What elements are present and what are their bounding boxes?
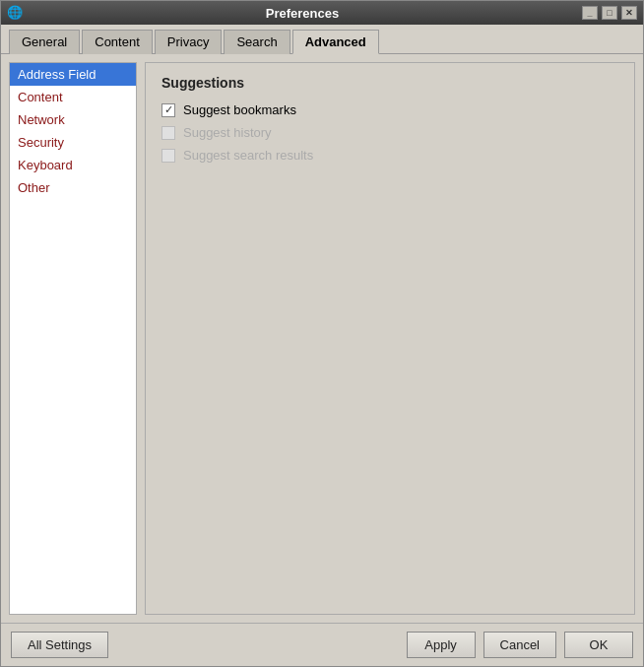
suggest-search-results-label: Suggest search results <box>183 148 313 163</box>
tab-content[interactable]: Content <box>82 30 153 54</box>
sidebar-item-network[interactable]: Network <box>10 108 136 131</box>
suggest-bookmarks-checkbox[interactable] <box>161 103 175 117</box>
suggest-history-label: Suggest history <box>183 125 272 140</box>
tab-search[interactable]: Search <box>224 30 290 54</box>
suggest-bookmarks-item: Suggest bookmarks <box>161 102 618 117</box>
titlebar-controls: _ □ ✕ <box>582 6 637 20</box>
apply-button[interactable]: Apply <box>407 632 476 658</box>
sidebar-item-content[interactable]: Content <box>10 86 136 108</box>
content-area: Address Field Content Network Security K… <box>1 54 643 623</box>
sidebar-item-address-field[interactable]: Address Field <box>10 63 136 86</box>
cancel-button[interactable]: Cancel <box>483 632 556 658</box>
suggest-bookmarks-label: Suggest bookmarks <box>183 102 296 117</box>
sidebar: Address Field Content Network Security K… <box>9 62 137 615</box>
suggest-search-results-checkbox[interactable] <box>161 149 175 163</box>
tab-advanced[interactable]: Advanced <box>292 30 379 54</box>
suggest-search-results-item: Suggest search results <box>161 148 618 163</box>
ok-button[interactable]: OK <box>564 632 633 658</box>
panel-title: Suggestions <box>161 75 618 91</box>
tab-general[interactable]: General <box>9 30 80 54</box>
all-settings-button[interactable]: All Settings <box>11 632 108 658</box>
close-button[interactable]: ✕ <box>621 6 637 20</box>
sidebar-item-other[interactable]: Other <box>10 176 136 199</box>
sidebar-item-security[interactable]: Security <box>10 131 136 154</box>
footer-right: Apply Cancel OK <box>407 632 633 658</box>
preferences-window: 🌐 Preferences _ □ ✕ General Content Priv… <box>0 0 644 667</box>
titlebar: 🌐 Preferences _ □ ✕ <box>1 1 643 25</box>
maximize-button[interactable]: □ <box>602 6 617 20</box>
suggest-history-checkbox[interactable] <box>161 126 175 140</box>
footer: All Settings Apply Cancel OK <box>1 623 643 666</box>
suggest-history-item: Suggest history <box>161 125 618 140</box>
sidebar-item-keyboard[interactable]: Keyboard <box>10 154 136 176</box>
main-panel: Suggestions Suggest bookmarks Suggest hi… <box>145 62 635 615</box>
tab-privacy[interactable]: Privacy <box>155 30 223 54</box>
tabs-bar: General Content Privacy Search Advanced <box>1 25 643 54</box>
window-icon: 🌐 <box>7 5 23 21</box>
footer-left: All Settings <box>11 632 108 658</box>
window-title: Preferences <box>23 6 582 21</box>
minimize-button[interactable]: _ <box>582 6 598 20</box>
